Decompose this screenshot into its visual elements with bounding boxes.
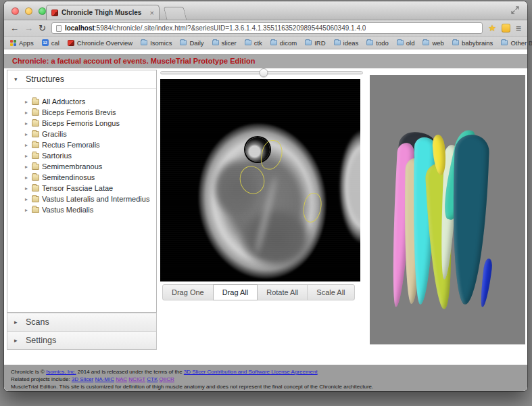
chevron-right-icon[interactable]: ▸ [24,207,29,213]
tab-close-icon[interactable]: × [150,9,154,17]
bookmark-item[interactable]: slicer [212,39,237,47]
chevron-right-icon[interactable]: ▸ [24,164,29,170]
interaction-mode-buttonset: Drag OneDrag AllRotate AllScale All [162,284,355,300]
slice-slider-handle[interactable] [259,68,268,77]
scans-accordion-header[interactable]: ▸ Scans [7,313,157,332]
bookmark-item[interactable]: babybrains [452,39,493,47]
footer-link[interactable]: CTK [147,376,158,382]
folder-icon [270,40,277,45]
footer-link[interactable]: NCIGT [128,376,145,382]
bookmark-item[interactable]: Isomics [141,39,172,47]
chevron-right-icon[interactable]: ▸ [24,131,29,137]
address-bar[interactable]: localhost:5984/chronicle/.site/index.htm… [51,22,483,34]
bookmark-item[interactable]: IRD [305,39,325,47]
settings-accordion-header[interactable]: ▸ Settings [7,331,157,350]
tree-item-label: Rectus Femoralis [42,141,100,149]
folder-icon [32,153,39,159]
footer-link[interactable]: QIICR [160,376,174,382]
tree-item[interactable]: ▸Vastus Medialis [24,204,156,215]
back-button[interactable]: ← [10,24,19,32]
chevron-right-icon[interactable]: ▸ [24,196,29,202]
mri-axial-slice-view[interactable] [160,79,360,281]
folder-icon [32,99,39,105]
muscle-3d-view[interactable] [370,75,525,344]
tree-item-label: Semitendinosus [42,173,95,181]
bookmark-item[interactable]: Chronicle Overview [68,39,132,47]
footer-link[interactable]: NAC [116,376,127,382]
chevron-right-icon[interactable]: ▸ [24,142,29,148]
structures-accordion-header[interactable]: ▾ Structures [7,70,156,89]
tree-item-label: Tensor Fasciae Latae [42,184,113,192]
bookmark-item[interactable]: old [397,39,415,47]
minimize-window-button[interactable] [25,7,32,15]
close-window-button[interactable] [11,7,19,15]
chevron-right-icon[interactable]: ▸ [24,110,29,116]
fullscreen-icon[interactable] [511,6,519,14]
tree-item[interactable]: ▸Rectus Femoralis [24,139,156,150]
tree-item[interactable]: ▸Biceps Femoris Brevis [24,107,156,118]
tree-item-label: Sartorius [42,152,72,160]
other-bookmarks-button[interactable]: Other Bookmarks [501,39,532,47]
bookmark-item[interactable]: Apps [10,39,34,47]
tree-item[interactable]: ▸Vastus Lateralis and Intermedius [24,194,156,204]
structures-tree: ▸All Adductors▸Biceps Femoris Brevis▸Bic… [7,89,156,215]
footer-link[interactable]: Isomics, Inc. [46,369,76,375]
chronicle-logo-icon [68,40,74,46]
folder-icon [305,40,312,45]
chrome-menu-icon[interactable]: ≡ [516,24,521,33]
footer-projects-line: Related projects include: 3D Slicer NA-M… [11,376,527,383]
scale-all-button[interactable]: Scale All [307,284,354,300]
browser-window: Chronicle Thigh Muscles × ← → ↻ localhos… [4,1,527,391]
folder-icon [501,40,508,45]
bookmark-item[interactable]: Daily [180,39,203,47]
chevron-right-icon[interactable]: ▸ [24,185,29,191]
drag-one-button[interactable]: Drag One [162,284,214,300]
forward-button[interactable]: → [24,24,33,32]
tree-item[interactable]: ▸All Adductors [24,96,156,107]
tree-item[interactable]: ▸Sartorius [24,150,156,161]
tree-item-label: Biceps Femoris Longus [42,119,120,127]
bookmark-label: babybrains [462,39,493,47]
structures-panel: ▾ Structures ▸All Adductors▸Biceps Femor… [7,70,157,313]
tree-item[interactable]: ▸Biceps Femoris Longus [24,118,156,129]
bookmark-star-icon[interactable]: ★ [488,24,496,32]
tree-item[interactable]: ▸Gracilis [24,129,156,139]
tree-item[interactable]: ▸Tensor Fasciae Latae [24,183,156,194]
bookmark-item[interactable]: ctk [245,39,262,47]
chevron-right-icon[interactable]: ▸ [24,153,29,159]
bookmark-item[interactable]: web [422,39,443,47]
footer-link[interactable]: NA-MIC [95,376,114,382]
structures-header-label: Structures [26,74,64,84]
browser-tab[interactable]: Chronicle Thigh Muscles × [46,5,160,20]
folder-icon [245,40,251,45]
rotate-all-button[interactable]: Rotate All [257,284,308,300]
folder-icon [32,142,39,148]
bookmarks-list: Apps12calChronicle OverviewIsomicsDailys… [10,39,493,47]
tree-item-label: Vastus Medialis [42,206,93,214]
zoom-window-button[interactable] [39,7,46,15]
page-icon [56,25,62,32]
new-tab-button[interactable] [164,7,187,20]
bookmark-item[interactable]: dicom [270,39,297,47]
extension-icon[interactable] [502,24,510,32]
chevron-right-icon[interactable]: ▸ [24,99,29,105]
bookmark-label: web [432,39,443,47]
bookmark-label: Chronicle Overview [77,39,132,47]
bookmark-item[interactable]: todo [366,39,389,47]
chevron-right-icon[interactable]: ▸ [24,120,29,127]
tree-item[interactable]: ▸Semitendinosus [24,172,156,183]
reload-button[interactable]: ↻ [39,24,46,32]
drag-all-button[interactable]: Drag All [213,284,258,300]
footer-edition-line: MuscleTrial Edition. This site is custom… [11,383,527,390]
slice-slider-track[interactable] [160,71,363,74]
bookmark-item[interactable]: ideas [334,39,359,47]
bookmark-item[interactable]: 12cal [42,39,59,47]
folder-icon [212,40,219,45]
tab-favicon-icon [51,9,58,16]
bookmark-label: slicer [222,39,237,47]
footer-link[interactable]: 3D Slicer Contribution and Software Lice… [184,369,318,375]
chevron-right-icon[interactable]: ▸ [24,175,29,181]
footer-link[interactable]: 3D Slicer [72,376,93,382]
bookmark-label: ctk [254,39,262,47]
tree-item[interactable]: ▸Semimembranous [24,161,156,172]
